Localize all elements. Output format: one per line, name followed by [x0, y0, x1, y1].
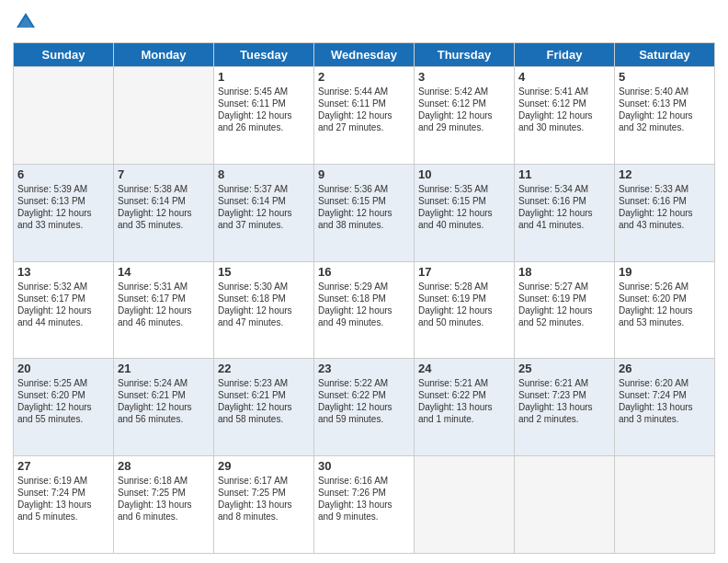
day-info: Sunrise: 6:18 AM Sunset: 7:25 PM Dayligh…	[118, 475, 210, 523]
day-info: Sunrise: 6:20 AM Sunset: 7:24 PM Dayligh…	[619, 377, 711, 425]
day-info: Sunrise: 5:22 AM Sunset: 6:22 PM Dayligh…	[318, 377, 410, 425]
calendar: SundayMondayTuesdayWednesdayThursdayFrid…	[13, 42, 715, 554]
day-cell: 4Sunrise: 5:41 AM Sunset: 6:12 PM Daylig…	[515, 67, 615, 165]
day-info: Sunrise: 5:31 AM Sunset: 6:17 PM Dayligh…	[118, 281, 210, 328]
day-number: 10	[418, 167, 510, 181]
header	[13, 9, 715, 35]
day-info: Sunrise: 5:30 AM Sunset: 6:18 PM Dayligh…	[218, 281, 310, 328]
day-cell	[415, 456, 515, 554]
day-number: 27	[17, 459, 109, 473]
day-number: 19	[619, 265, 711, 279]
day-info: Sunrise: 6:21 AM Sunset: 7:23 PM Dayligh…	[518, 377, 610, 425]
week-row-3: 13Sunrise: 5:32 AM Sunset: 6:17 PM Dayli…	[14, 261, 715, 359]
header-day-thursday: Thursday	[415, 43, 515, 67]
logo-icon	[13, 9, 39, 35]
day-number: 16	[318, 265, 410, 279]
day-info: Sunrise: 5:28 AM Sunset: 6:19 PM Dayligh…	[418, 281, 510, 328]
day-number: 25	[518, 362, 610, 375]
day-cell: 14Sunrise: 5:31 AM Sunset: 6:17 PM Dayli…	[114, 261, 214, 359]
day-info: Sunrise: 5:32 AM Sunset: 6:17 PM Dayligh…	[17, 281, 109, 328]
day-number: 20	[17, 362, 109, 375]
page: SundayMondayTuesdayWednesdayThursdayFrid…	[0, 0, 728, 563]
day-info: Sunrise: 6:16 AM Sunset: 7:26 PM Dayligh…	[318, 475, 410, 523]
day-number: 15	[218, 265, 310, 279]
day-number: 22	[218, 362, 310, 375]
day-number: 6	[17, 167, 109, 181]
day-cell: 13Sunrise: 5:32 AM Sunset: 6:17 PM Dayli…	[14, 261, 114, 359]
day-number: 26	[619, 362, 711, 375]
day-number: 17	[418, 265, 510, 279]
day-number: 14	[118, 265, 210, 279]
day-cell: 26Sunrise: 6:20 AM Sunset: 7:24 PM Dayli…	[615, 359, 715, 456]
day-cell: 24Sunrise: 5:21 AM Sunset: 6:22 PM Dayli…	[415, 359, 515, 456]
header-day-monday: Monday	[114, 43, 214, 67]
day-info: Sunrise: 5:35 AM Sunset: 6:15 PM Dayligh…	[418, 183, 510, 231]
day-number: 2	[318, 70, 410, 84]
day-info: Sunrise: 5:25 AM Sunset: 6:20 PM Dayligh…	[17, 377, 109, 425]
day-number: 9	[318, 167, 410, 181]
day-cell	[515, 456, 615, 554]
header-row: SundayMondayTuesdayWednesdayThursdayFrid…	[14, 43, 715, 67]
day-number: 13	[17, 265, 109, 279]
day-cell: 2Sunrise: 5:44 AM Sunset: 6:11 PM Daylig…	[314, 67, 415, 165]
header-day-tuesday: Tuesday	[214, 43, 314, 67]
day-cell	[615, 456, 715, 554]
day-cell	[14, 67, 114, 165]
day-cell: 28Sunrise: 6:18 AM Sunset: 7:25 PM Dayli…	[114, 456, 214, 554]
day-info: Sunrise: 5:26 AM Sunset: 6:20 PM Dayligh…	[619, 281, 711, 328]
day-cell: 10Sunrise: 5:35 AM Sunset: 6:15 PM Dayli…	[415, 164, 515, 261]
day-number: 28	[118, 459, 210, 473]
day-cell: 5Sunrise: 5:40 AM Sunset: 6:13 PM Daylig…	[615, 67, 715, 165]
day-info: Sunrise: 5:21 AM Sunset: 6:22 PM Dayligh…	[418, 377, 510, 425]
day-info: Sunrise: 5:38 AM Sunset: 6:14 PM Dayligh…	[118, 183, 210, 231]
header-day-friday: Friday	[515, 43, 615, 67]
day-number: 18	[518, 265, 610, 279]
day-number: 21	[118, 362, 210, 375]
day-cell: 12Sunrise: 5:33 AM Sunset: 6:16 PM Dayli…	[615, 164, 715, 261]
day-number: 5	[619, 70, 711, 84]
day-number: 3	[418, 70, 510, 84]
header-day-wednesday: Wednesday	[314, 43, 415, 67]
day-cell: 6Sunrise: 5:39 AM Sunset: 6:13 PM Daylig…	[14, 164, 114, 261]
day-cell: 22Sunrise: 5:23 AM Sunset: 6:21 PM Dayli…	[214, 359, 314, 456]
day-number: 4	[518, 70, 610, 84]
day-cell: 8Sunrise: 5:37 AM Sunset: 6:14 PM Daylig…	[214, 164, 314, 261]
day-info: Sunrise: 5:36 AM Sunset: 6:15 PM Dayligh…	[318, 183, 410, 231]
day-cell: 3Sunrise: 5:42 AM Sunset: 6:12 PM Daylig…	[415, 67, 515, 165]
day-cell: 23Sunrise: 5:22 AM Sunset: 6:22 PM Dayli…	[314, 359, 415, 456]
week-row-5: 27Sunrise: 6:19 AM Sunset: 7:24 PM Dayli…	[14, 456, 715, 554]
day-cell: 7Sunrise: 5:38 AM Sunset: 6:14 PM Daylig…	[114, 164, 214, 261]
day-info: Sunrise: 5:33 AM Sunset: 6:16 PM Dayligh…	[619, 183, 711, 231]
day-cell: 25Sunrise: 6:21 AM Sunset: 7:23 PM Dayli…	[515, 359, 615, 456]
day-info: Sunrise: 5:34 AM Sunset: 6:16 PM Dayligh…	[518, 183, 610, 231]
day-cell: 9Sunrise: 5:36 AM Sunset: 6:15 PM Daylig…	[314, 164, 415, 261]
day-cell: 21Sunrise: 5:24 AM Sunset: 6:21 PM Dayli…	[114, 359, 214, 456]
day-cell: 30Sunrise: 6:16 AM Sunset: 7:26 PM Dayli…	[314, 456, 415, 554]
week-row-2: 6Sunrise: 5:39 AM Sunset: 6:13 PM Daylig…	[14, 164, 715, 261]
week-row-1: 1Sunrise: 5:45 AM Sunset: 6:11 PM Daylig…	[14, 67, 715, 165]
day-cell: 11Sunrise: 5:34 AM Sunset: 6:16 PM Dayli…	[515, 164, 615, 261]
day-info: Sunrise: 5:40 AM Sunset: 6:13 PM Dayligh…	[619, 86, 711, 133]
day-info: Sunrise: 5:45 AM Sunset: 6:11 PM Dayligh…	[218, 86, 310, 133]
day-number: 23	[318, 362, 410, 375]
day-info: Sunrise: 5:23 AM Sunset: 6:21 PM Dayligh…	[218, 377, 310, 425]
header-day-saturday: Saturday	[615, 43, 715, 67]
day-info: Sunrise: 5:24 AM Sunset: 6:21 PM Dayligh…	[118, 377, 210, 425]
day-info: Sunrise: 5:27 AM Sunset: 6:19 PM Dayligh…	[518, 281, 610, 328]
day-info: Sunrise: 5:42 AM Sunset: 6:12 PM Dayligh…	[418, 86, 510, 133]
logo	[13, 9, 42, 35]
day-info: Sunrise: 5:37 AM Sunset: 6:14 PM Dayligh…	[218, 183, 310, 231]
day-cell: 29Sunrise: 6:17 AM Sunset: 7:25 PM Dayli…	[214, 456, 314, 554]
day-number: 30	[318, 459, 410, 473]
day-number: 11	[518, 167, 610, 181]
day-cell	[114, 67, 214, 165]
day-info: Sunrise: 5:44 AM Sunset: 6:11 PM Dayligh…	[318, 86, 410, 133]
day-cell: 15Sunrise: 5:30 AM Sunset: 6:18 PM Dayli…	[214, 261, 314, 359]
day-number: 7	[118, 167, 210, 181]
day-cell: 18Sunrise: 5:27 AM Sunset: 6:19 PM Dayli…	[515, 261, 615, 359]
day-cell: 27Sunrise: 6:19 AM Sunset: 7:24 PM Dayli…	[14, 456, 114, 554]
day-cell: 17Sunrise: 5:28 AM Sunset: 6:19 PM Dayli…	[415, 261, 515, 359]
day-info: Sunrise: 5:29 AM Sunset: 6:18 PM Dayligh…	[318, 281, 410, 328]
day-cell: 19Sunrise: 5:26 AM Sunset: 6:20 PM Dayli…	[615, 261, 715, 359]
header-day-sunday: Sunday	[14, 43, 114, 67]
